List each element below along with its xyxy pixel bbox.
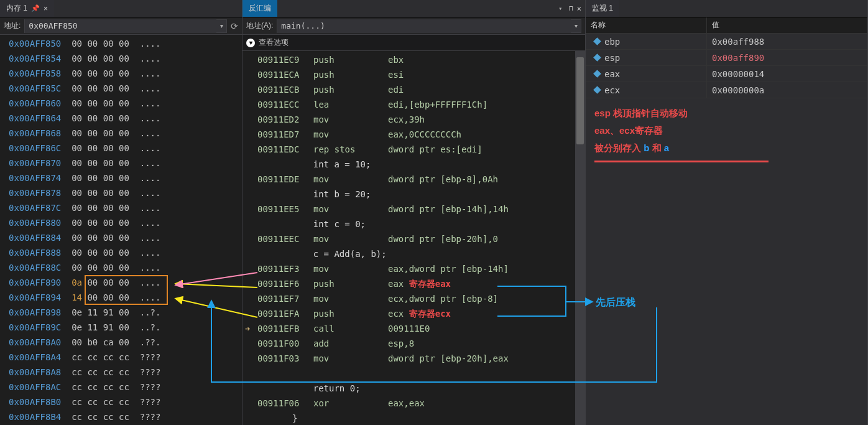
- memory-row[interactable]: 0x00AFF89C 0e 11 91 00 ..?.: [9, 320, 242, 335]
- disasm-tab-strip: 反汇编 ▾ ⊓ ×: [242, 0, 585, 17]
- memory-row[interactable]: 0x00AFF86C 00 00 00 00 ....: [9, 141, 242, 156]
- memory-row[interactable]: 0x00AFF85C 00 00 00 00 ....: [9, 81, 242, 96]
- source-line[interactable]: int b = 20;: [245, 187, 585, 202]
- disasm-line[interactable]: 00911EDCrep stosdword ptr es:[edi]: [245, 142, 585, 157]
- disasm-line[interactable]: 00911EF6pusheax 寄存器eax: [245, 276, 585, 291]
- note-text: b: [644, 142, 649, 153]
- source-line[interactable]: int a = 10;: [245, 157, 585, 172]
- pin-icon[interactable]: 📌: [31, 4, 40, 12]
- disasm-line[interactable]: 00911ED7moveax,0CCCCCCCCh: [245, 127, 585, 142]
- memory-row[interactable]: 0x00AFF8B0 cc cc cc cc ????: [9, 395, 242, 409]
- disasm-line[interactable]: 00911EC9pushebx: [245, 52, 585, 67]
- note-text: 被分别存入: [594, 142, 644, 153]
- memory-row[interactable]: 0x00AFF868 00 00 00 00 ....: [9, 126, 242, 141]
- disasm-line[interactable]: 00911F00addesp,8: [245, 336, 585, 351]
- disasm-line[interactable]: ➔00911EFBcall009111E0: [245, 321, 585, 336]
- memory-row[interactable]: 0x00AFF898 0e 11 91 00 ..?.: [9, 305, 242, 320]
- note-text: esp: [594, 108, 611, 118]
- disasm-tab-label: 反汇编: [249, 3, 271, 14]
- watch-annotation: esp 栈顶指针自动移动 eax、ecx寄存器 被分别存入 b 和 a: [586, 98, 867, 169]
- watch-col-name[interactable]: 名称: [586, 17, 707, 33]
- disasm-address-combo[interactable]: ▾: [277, 19, 581, 33]
- memory-row[interactable]: 0x00AFF860 00 00 00 00 ....: [9, 96, 242, 111]
- disasm-line[interactable]: 00911EF3moveax,dword ptr [ebp-14h]: [245, 261, 585, 276]
- memory-scroll-area[interactable]: 0x00AFF850 00 00 00 00 ....0x00AFF854 00…: [0, 35, 242, 425]
- source-line[interactable]: return 0;: [245, 381, 585, 396]
- watch-row[interactable]: ecx0x0000000a: [586, 82, 867, 98]
- memory-tab-strip: 内存 1 📌 ×: [0, 0, 242, 17]
- disasm-line[interactable]: 00911F06xoreax,eax: [245, 396, 585, 411]
- memory-tab[interactable]: 内存 1 📌 ×: [0, 0, 54, 17]
- memory-address-combo[interactable]: ▾: [24, 19, 227, 33]
- memory-row[interactable]: 0x00AFF864 00 00 00 00 ....: [9, 111, 242, 126]
- disasm-line[interactable]: 00911ECApushesi: [245, 67, 585, 82]
- disasm-address-input[interactable]: [277, 19, 571, 33]
- view-options-label: 查看选项: [259, 37, 289, 48]
- window-menu-icon[interactable]: ▾: [555, 5, 565, 12]
- memory-row[interactable]: 0x00AFF894 14 00 00 00 ....: [9, 290, 242, 305]
- memory-row[interactable]: 0x00AFF8B4 cc cc cc cc ????: [9, 409, 242, 424]
- watch-panel: 监视 1 名称 值 ebp0x00aff988esp0x00aff890eax0…: [586, 0, 868, 425]
- disasm-line[interactable]: 00911EE5movdword ptr [ebp-14h],14h: [245, 202, 585, 217]
- disasm-line[interactable]: 00911ECCleaedi,[ebp+FFFFFF1Ch]: [245, 97, 585, 112]
- memory-row[interactable]: 0x00AFF878 00 00 00 00 ....: [9, 185, 242, 200]
- disasm-view-options[interactable]: ▾ 查看选项: [242, 35, 585, 51]
- window-actions: ▾ ⊓ ×: [555, 0, 585, 17]
- watch-row[interactable]: ebp0x00aff988: [586, 34, 867, 50]
- memory-row[interactable]: 0x00AFF87C 00 00 00 00 ....: [9, 200, 242, 215]
- watch-row[interactable]: esp0x00aff890: [586, 50, 867, 66]
- memory-row[interactable]: 0x00AFF884 00 00 00 00 ....: [9, 230, 242, 245]
- address-label: 地址:: [4, 21, 21, 31]
- memory-row[interactable]: 0x00AFF858 00 00 00 00 ....: [9, 66, 242, 81]
- disasm-line[interactable]: 00911F03movdword ptr [ebp-20h],eax: [245, 351, 585, 366]
- memory-row[interactable]: 0x00AFF888 00 00 00 00 ....: [9, 245, 242, 260]
- memory-panel: 内存 1 📌 × 地址: ▾ ⟳ 0x00AFF850 00 00 00 00 …: [0, 0, 242, 425]
- memory-row[interactable]: 0x00AFF8A0 00 b0 ca 00 .??.: [9, 335, 242, 350]
- disasm-scroll-area[interactable]: 00911EC9pushebx00911ECApushesi00911ECBpu…: [242, 51, 585, 425]
- memory-address-input[interactable]: [25, 19, 216, 33]
- memory-row[interactable]: 0x00AFF880 00 00 00 00 ....: [9, 215, 242, 230]
- address-label: 地址(A):: [246, 21, 273, 31]
- disasm-line[interactable]: 00911EF7movecx,dword ptr [ebp-8]: [245, 291, 585, 306]
- close-icon[interactable]: ×: [577, 4, 581, 13]
- chevron-down-icon[interactable]: ▾: [571, 22, 581, 29]
- memory-row[interactable]: 0x00AFF8A8 cc cc cc cc ????: [9, 365, 242, 380]
- refresh-icon[interactable]: ⟳: [231, 21, 238, 31]
- note-text: 和: [649, 142, 663, 153]
- memory-row[interactable]: 0x00AFF874 00 00 00 00 ....: [9, 170, 242, 185]
- disasm-line[interactable]: 00911ED2movecx,39h: [245, 112, 585, 127]
- disasm-line[interactable]: 00911ECBpushedi: [245, 82, 585, 97]
- source-line[interactable]: }: [245, 411, 585, 425]
- watch-tab[interactable]: 监视 1: [586, 0, 619, 17]
- disasm-line[interactable]: 00911EFApushecx 寄存器ecx: [245, 306, 585, 321]
- source-line[interactable]: c = Add(a, b);: [245, 246, 585, 261]
- chevron-down-icon[interactable]: ▾: [216, 22, 226, 29]
- expand-icon[interactable]: ▾: [246, 39, 255, 47]
- watch-header: 名称 值: [586, 17, 867, 34]
- source-line[interactable]: int c = 0;: [245, 217, 585, 231]
- note-text: 栈顶指针自动移动: [611, 108, 688, 118]
- watch-tab-strip: 监视 1: [586, 0, 867, 17]
- memory-address-bar: 地址: ▾ ⟳: [0, 17, 242, 35]
- memory-row[interactable]: 0x00AFF854 00 00 00 00 ....: [9, 51, 242, 66]
- memory-row[interactable]: 0x00AFF8A4 cc cc cc cc ????: [9, 350, 242, 365]
- memory-row[interactable]: 0x00AFF8AC cc cc cc cc ????: [9, 380, 242, 395]
- memory-tab-label: 内存 1: [6, 3, 27, 14]
- disasm-tab[interactable]: 反汇编: [242, 0, 277, 17]
- memory-row[interactable]: 0x00AFF850 00 00 00 00 ....: [9, 36, 242, 51]
- memory-row[interactable]: 0x00AFF88C 00 00 00 00 ....: [9, 260, 242, 275]
- pin-icon[interactable]: ⊓: [569, 4, 573, 12]
- memory-row[interactable]: 0x00AFF870 00 00 00 00 ....: [9, 156, 242, 170]
- scrollbar-thumb[interactable]: [576, 57, 584, 144]
- watch-tab-label: 监视 1: [592, 3, 613, 14]
- note-text: eax、ecx寄存器: [594, 122, 859, 139]
- watch-col-value[interactable]: 值: [707, 17, 867, 33]
- note-text: a: [664, 142, 669, 153]
- memory-row[interactable]: 0x00AFF890 0a 00 00 00 ....: [9, 275, 242, 290]
- disasm-line[interactable]: 00911EECmovdword ptr [ebp-20h],0: [245, 231, 585, 246]
- disasm-line[interactable]: 00911EDEmovdword ptr [ebp-8],0Ah: [245, 172, 585, 187]
- disassembly-panel: 反汇编 ▾ ⊓ × 地址(A): ▾ ▾ 查看选项 00911EC9pusheb…: [242, 0, 586, 425]
- close-icon[interactable]: ×: [44, 4, 48, 13]
- disasm-line[interactable]: [245, 366, 585, 381]
- watch-row[interactable]: eax0x00000014: [586, 66, 867, 82]
